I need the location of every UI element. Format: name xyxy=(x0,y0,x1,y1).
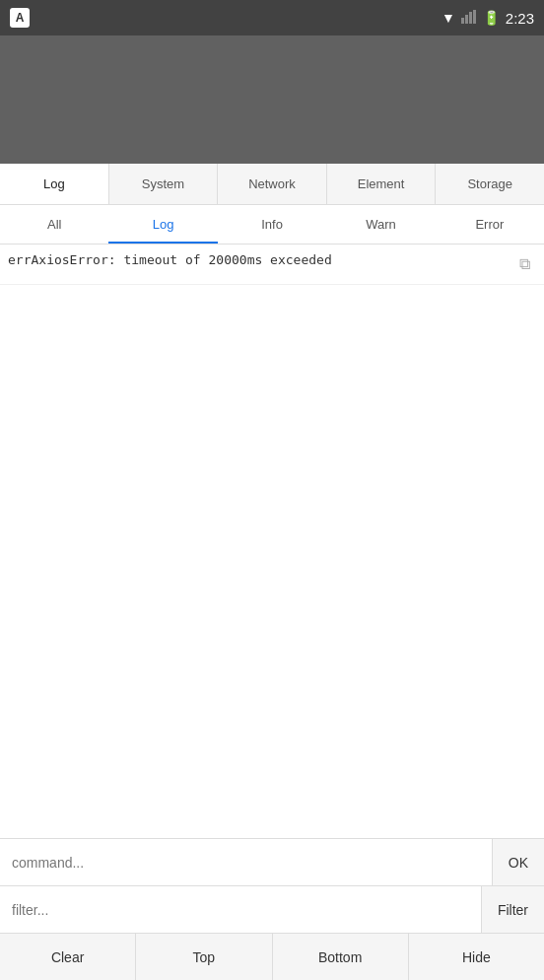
copy-icon[interactable]: ⧉ xyxy=(512,252,536,276)
filter-button[interactable]: Filter xyxy=(481,886,544,933)
status-bar: A ▼ 🔋 2:23 xyxy=(0,0,544,35)
wifi-icon: ▼ xyxy=(442,10,455,26)
tab-log-secondary[interactable]: Log xyxy=(108,205,217,244)
hide-button[interactable]: Hide xyxy=(409,934,544,980)
tab-info[interactable]: Info xyxy=(218,205,326,244)
tab-network[interactable]: Network xyxy=(218,164,327,204)
tab-warn[interactable]: Warn xyxy=(326,205,435,244)
filter-input[interactable] xyxy=(0,894,481,926)
top-button[interactable]: Top xyxy=(136,934,272,980)
tab-element[interactable]: Element xyxy=(327,164,437,204)
tab-storage[interactable]: Storage xyxy=(436,164,544,204)
tab-error[interactable]: Error xyxy=(436,205,544,244)
tab-all[interactable]: All xyxy=(0,205,108,244)
tab-bar-primary: Log System Network Element Storage xyxy=(0,164,544,205)
command-area: OK xyxy=(0,838,544,885)
command-input[interactable] xyxy=(0,847,492,878)
filter-area: Filter xyxy=(0,885,544,933)
clear-button[interactable]: Clear xyxy=(0,934,136,980)
bottom-bar: Clear Top Bottom Hide xyxy=(0,933,544,980)
dark-area xyxy=(0,35,544,164)
status-bar-time: 2:23 xyxy=(506,10,534,27)
log-entry-text: errAxiosError: timeout of 20000ms exceed… xyxy=(8,252,512,267)
battery-icon: 🔋 xyxy=(483,10,500,26)
svg-rect-3 xyxy=(473,10,476,24)
svg-rect-2 xyxy=(469,12,472,24)
svg-rect-0 xyxy=(461,18,464,24)
svg-rect-1 xyxy=(465,15,468,24)
log-entry: errAxiosError: timeout of 20000ms exceed… xyxy=(0,245,544,285)
tab-bar-secondary: All Log Info Warn Error xyxy=(0,205,544,245)
bottom-button[interactable]: Bottom xyxy=(273,934,409,980)
tab-system[interactable]: System xyxy=(109,164,219,204)
log-content: errAxiosError: timeout of 20000ms exceed… xyxy=(0,245,544,838)
app-icon: A xyxy=(10,8,30,28)
tab-log[interactable]: Log xyxy=(0,164,109,204)
signal-icon xyxy=(461,10,477,27)
status-bar-right: ▼ 🔋 2:23 xyxy=(442,10,534,27)
ok-button[interactable]: OK xyxy=(492,839,544,885)
status-bar-left: A xyxy=(10,8,30,28)
